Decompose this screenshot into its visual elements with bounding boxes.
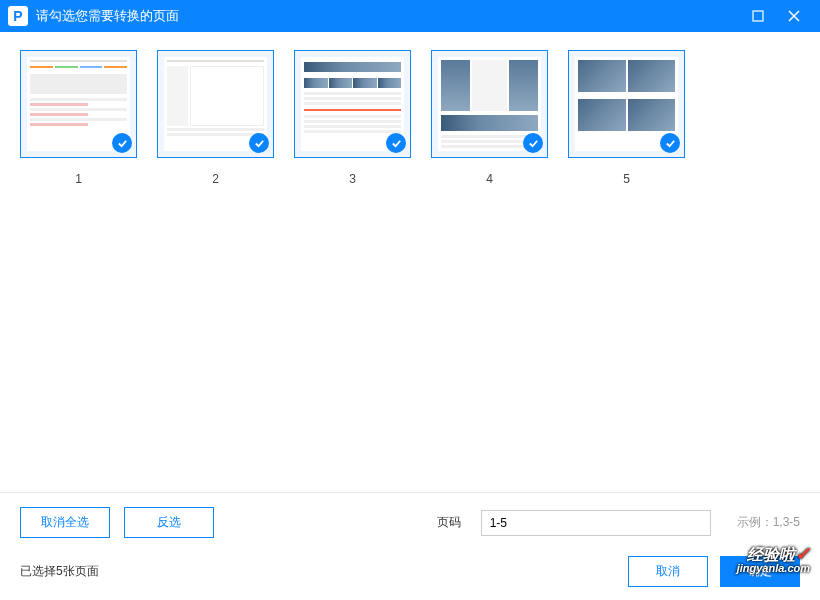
thumbnail-item: 1 — [20, 50, 137, 186]
thumbnail-item: 2 — [157, 50, 274, 186]
thumbnail-number: 1 — [75, 172, 82, 186]
invert-selection-button[interactable]: 反选 — [124, 507, 214, 538]
thumbnail-3[interactable] — [294, 50, 411, 158]
thumbnail-2[interactable] — [157, 50, 274, 158]
thumbnail-number: 4 — [486, 172, 493, 186]
maximize-button[interactable] — [740, 0, 776, 32]
thumbnail-item: 5 — [568, 50, 685, 186]
close-button[interactable] — [776, 0, 812, 32]
deselect-all-button[interactable]: 取消全选 — [20, 507, 110, 538]
svg-rect-0 — [753, 11, 763, 21]
thumbnail-number: 2 — [212, 172, 219, 186]
thumbnail-item: 4 — [431, 50, 548, 186]
thumbnail-4[interactable] — [431, 50, 548, 158]
cancel-button[interactable]: 取消 — [628, 556, 708, 587]
check-icon — [112, 133, 132, 153]
footer: 取消全选 反选 页码 示例：1,3-5 已选择5张页面 取消 确定 — [0, 492, 820, 600]
thumbnail-area: 1 2 — [0, 32, 820, 492]
window-title: 请勾选您需要转换的页面 — [36, 7, 740, 25]
thumbnail-5[interactable] — [568, 50, 685, 158]
check-icon — [523, 133, 543, 153]
confirm-button[interactable]: 确定 — [720, 556, 800, 587]
thumbnail-1[interactable] — [20, 50, 137, 158]
check-icon — [249, 133, 269, 153]
footer-actions-row: 已选择5张页面 取消 确定 — [20, 556, 800, 587]
page-range-example: 示例：1,3-5 — [737, 514, 800, 531]
check-icon — [386, 133, 406, 153]
check-icon — [660, 133, 680, 153]
page-range-input[interactable] — [481, 510, 711, 536]
thumbnail-number: 3 — [349, 172, 356, 186]
titlebar: P 请勾选您需要转换的页面 — [0, 0, 820, 32]
thumbnail-number: 5 — [623, 172, 630, 186]
thumbnail-grid: 1 2 — [20, 50, 800, 186]
thumbnail-item: 3 — [294, 50, 411, 186]
footer-controls-row: 取消全选 反选 页码 示例：1,3-5 — [20, 507, 800, 538]
app-icon: P — [8, 6, 28, 26]
page-range-label: 页码 — [437, 514, 461, 531]
selected-count-text: 已选择5张页面 — [20, 563, 628, 580]
